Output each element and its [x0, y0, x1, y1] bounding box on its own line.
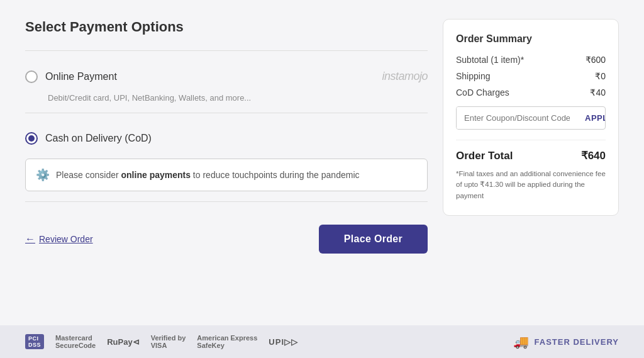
apply-coupon-button[interactable]: APPLY	[577, 107, 606, 129]
shipping-amount: ₹0	[595, 71, 606, 81]
footer: PCIDSS MastercardSecureCode RuPay⊲ Verif…	[0, 325, 644, 358]
subtotal-amount: ₹600	[586, 55, 606, 65]
amex-label: American ExpressSafeKey	[197, 334, 257, 349]
cod-payment-radio[interactable]	[25, 132, 38, 145]
place-order-button[interactable]: Place Order	[319, 225, 428, 254]
page-title: Select Payment Options	[25, 19, 428, 35]
cod-payment-label: Cash on Delivery (CoD)	[45, 133, 152, 144]
delivery-icon: 🚚	[513, 334, 530, 349]
visa-label: Verified byVISA	[151, 334, 186, 349]
amex-badge: American ExpressSafeKey	[197, 334, 257, 349]
online-payment-option[interactable]: Online Payment instamojo	[25, 61, 428, 92]
review-order-link[interactable]: ← Review Order	[25, 233, 93, 245]
review-order-label: Review Order	[39, 234, 93, 244]
rupay-badge: RuPay⊲	[107, 337, 139, 347]
footer-logos: PCIDSS MastercardSecureCode RuPay⊲ Verif…	[25, 334, 298, 349]
instamojo-logo: instamojo	[382, 70, 428, 83]
cod-charges-amount: ₹40	[590, 87, 606, 98]
gear-icon: ⚙️	[36, 168, 50, 182]
mastercard-badge: MastercardSecureCode	[55, 334, 96, 349]
order-summary-title: Order Summary	[456, 33, 606, 45]
cod-radio-inner	[28, 135, 35, 142]
order-total-amount: ₹640	[581, 149, 606, 162]
cod-charges-label: CoD Charges	[456, 87, 509, 98]
cod-notice: ⚙️ Please consider online payments to re…	[25, 159, 428, 191]
online-payment-content: Online Payment	[45, 71, 117, 82]
faster-delivery-label: FASTER DELIVERY	[535, 337, 619, 347]
shipping-label: Shipping	[456, 71, 491, 81]
cod-charges-row: CoD Charges ₹40	[456, 87, 606, 98]
coupon-input[interactable]	[457, 107, 577, 129]
subtotal-label: Subtotal (1 item)*	[456, 55, 524, 65]
rupay-label: RuPay⊲	[107, 337, 139, 347]
cod-notice-text: Please consider online payments to reduc…	[56, 170, 360, 180]
summary-divider	[456, 140, 606, 140]
order-total-row: Order Total ₹640	[456, 149, 606, 162]
upi-label: UPI▷▷	[269, 337, 298, 347]
bottom-actions: ← Review Order Place Order	[25, 212, 428, 260]
coupon-row: APPLY	[456, 106, 606, 130]
tax-note: *Final taxes and an additional convenien…	[456, 169, 606, 201]
online-payment-radio[interactable]	[25, 70, 38, 83]
online-payment-sub: Debit/Credit card, UPI, NetBanking, Wall…	[25, 93, 428, 103]
pci-dss-badge: PCIDSS	[25, 334, 44, 349]
divider-bottom	[25, 201, 428, 202]
mastercard-label: MastercardSecureCode	[55, 334, 96, 349]
divider-top	[25, 50, 428, 51]
online-payment-label: Online Payment	[45, 71, 117, 82]
left-panel: Select Payment Options Online Payment in…	[25, 19, 428, 306]
order-summary-card: Order Summary Subtotal (1 item)* ₹600 Sh…	[443, 19, 619, 216]
subtotal-row: Subtotal (1 item)* ₹600	[456, 55, 606, 65]
divider-mid	[25, 113, 428, 113]
visa-badge: Verified byVISA	[151, 334, 186, 349]
back-arrow-icon: ←	[25, 233, 35, 245]
cod-payment-option[interactable]: Cash on Delivery (CoD)	[25, 123, 428, 154]
pci-badge-text: PCIDSS	[25, 334, 44, 349]
right-panel: Order Summary Subtotal (1 item)* ₹600 Sh…	[443, 19, 619, 306]
faster-delivery: 🚚 FASTER DELIVERY	[513, 334, 619, 349]
upi-badge: UPI▷▷	[269, 337, 298, 347]
order-total-label: Order Total	[456, 150, 513, 162]
shipping-row: Shipping ₹0	[456, 71, 606, 81]
